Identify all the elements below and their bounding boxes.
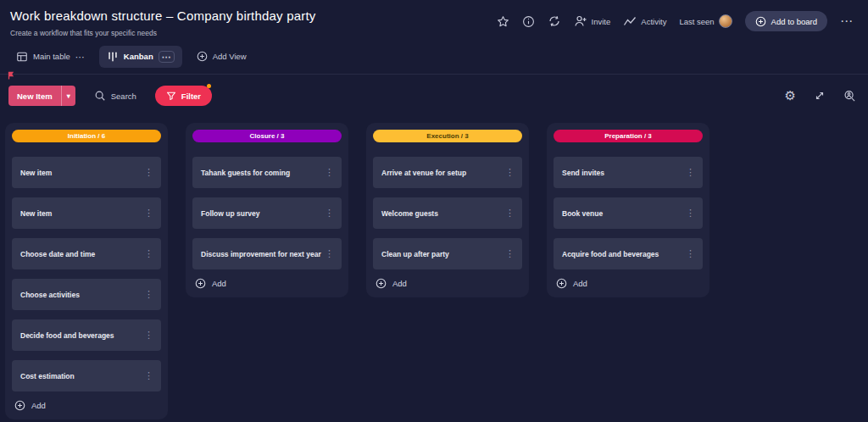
card-menu-icon[interactable]: ⋮	[504, 248, 516, 259]
tab-kanban[interactable]: Kanban ⋯	[99, 46, 182, 68]
header-actions: Invite Activity Last seen Add to board ⋯	[497, 11, 853, 31]
card-title: Acquire food and beverages	[562, 250, 659, 258]
kanban-card[interactable]: Follow up survey ⋮	[192, 197, 342, 229]
column-header[interactable]: Execution / 3	[373, 130, 522, 142]
add-to-board-button[interactable]: Add to board	[745, 11, 827, 31]
filter-button[interactable]: Filter	[155, 86, 212, 106]
card-title: Follow up survey	[201, 209, 259, 218]
avatar[interactable]	[719, 14, 732, 28]
column-header[interactable]: Closure / 3	[192, 130, 342, 142]
board-toolbar: New Item ▾ Search Filter ⚙	[0, 75, 868, 116]
card-menu-icon[interactable]: ⋮	[142, 370, 155, 381]
filter-badge	[207, 84, 211, 88]
column-header[interactable]: Preparation / 3	[554, 130, 703, 142]
invite-button[interactable]: Invite	[574, 14, 611, 28]
column-cards: New item ⋮ New item ⋮ Choose date and ti…	[12, 157, 161, 391]
card-menu-icon[interactable]: ⋮	[323, 167, 336, 178]
plus-circle-icon	[556, 278, 567, 289]
kanban-card[interactable]: Book venue ⋮	[554, 197, 703, 229]
card-menu-icon[interactable]: ⋮	[323, 248, 336, 259]
card-title: Discuss improvement for next year	[201, 250, 321, 258]
expand-diagonal-icon[interactable]	[814, 90, 826, 102]
column-cards: Arrive at venue for setup ⋮ Welcome gues…	[373, 157, 522, 269]
board-header: Work breakdown structure – Company birth…	[0, 0, 868, 39]
tab-kanban-menu-icon[interactable]: ⋯	[159, 51, 175, 63]
kanban-card[interactable]: Send invites ⋮	[554, 157, 703, 188]
integrations-sync-icon[interactable]	[548, 14, 561, 28]
plus-circle-icon	[376, 278, 387, 289]
search-label: Search	[111, 92, 136, 101]
kanban-column: Execution / 3 Arrive at venue for setup …	[366, 123, 529, 297]
notification-flag-icon	[7, 71, 15, 80]
card-menu-icon[interactable]: ⋮	[684, 248, 697, 259]
card-title: Send invites	[562, 169, 604, 177]
column-title: Execution / 3	[426, 132, 468, 140]
kanban-card[interactable]: New item ⋮	[12, 197, 161, 229]
column-cards: Tahank guests for coming ⋮ Follow up sur…	[192, 157, 342, 269]
add-to-board-label: Add to board	[771, 17, 817, 26]
info-icon[interactable]	[522, 15, 535, 28]
card-menu-icon[interactable]: ⋮	[142, 208, 155, 219]
add-view-button[interactable]: Add View	[189, 46, 254, 67]
card-menu-icon[interactable]: ⋮	[684, 208, 697, 219]
board-title-block: Work breakdown structure – Company birth…	[10, 8, 316, 37]
plus-circle-icon	[14, 400, 25, 411]
add-card-label: Add	[212, 279, 226, 288]
kanban-card[interactable]: Welcome guests ⋮	[373, 197, 522, 229]
view-tabs: Main table ⋯ Kanban ⋯ Add View	[0, 39, 868, 75]
kanban-card[interactable]: Acquire food and beverages ⋮	[554, 238, 703, 269]
card-menu-icon[interactable]: ⋮	[142, 167, 155, 178]
card-title: Decide food and beverages	[20, 331, 114, 340]
kanban-column: Closure / 3 Tahank guests for coming ⋮ F…	[186, 123, 348, 297]
kanban-card[interactable]: Discuss improvement for next year ⋮	[192, 238, 342, 269]
kanban-card[interactable]: Cost estimation ⋮	[12, 360, 161, 391]
chevron-down-icon[interactable]: ▾	[62, 86, 75, 106]
person-search-icon[interactable]	[843, 90, 856, 103]
card-title: Clean up after party	[381, 250, 449, 258]
board-menu-icon[interactable]: ⋯	[840, 17, 853, 25]
kanban-card[interactable]: Clean up after party ⋮	[373, 238, 522, 269]
filter-label: Filter	[181, 92, 201, 101]
activity-button[interactable]: Activity	[623, 14, 666, 28]
table-icon	[16, 51, 28, 63]
column-title: Closure / 3	[250, 132, 285, 140]
kanban-icon	[107, 51, 119, 63]
activity-chart-icon	[623, 14, 637, 28]
tab-main-table[interactable]: Main table ⋯	[8, 46, 92, 68]
card-menu-icon[interactable]: ⋮	[504, 208, 516, 219]
kanban-card[interactable]: Arrive at venue for setup ⋮	[373, 157, 522, 188]
kanban-card[interactable]: Choose date and time ⋮	[12, 238, 161, 269]
page-title[interactable]: Work breakdown structure – Company birth…	[10, 8, 316, 23]
kanban-card[interactable]: Decide food and beverages ⋮	[12, 319, 161, 351]
star-icon[interactable]	[497, 15, 509, 28]
card-menu-icon[interactable]: ⋮	[323, 208, 336, 219]
search-button[interactable]: Search	[94, 90, 136, 102]
card-menu-icon[interactable]: ⋮	[684, 167, 697, 178]
new-item-button[interactable]: New Item ▾	[8, 86, 75, 106]
new-item-label: New Item	[8, 86, 61, 106]
search-icon	[94, 90, 106, 102]
card-menu-icon[interactable]: ⋮	[142, 330, 155, 341]
plus-circle-icon	[197, 51, 208, 62]
add-card-button[interactable]: Add	[373, 273, 522, 291]
kanban-card[interactable]: New item ⋮	[12, 157, 161, 188]
card-menu-icon[interactable]: ⋮	[142, 248, 155, 259]
kanban-card[interactable]: Choose activities ⋮	[12, 279, 161, 310]
column-header[interactable]: Initiation / 6	[12, 130, 161, 142]
card-menu-icon[interactable]: ⋮	[504, 167, 516, 178]
add-card-button[interactable]: Add	[192, 273, 342, 291]
tab-main-table-menu-icon[interactable]: ⋯	[75, 53, 85, 61]
last-seen: Last seen	[679, 14, 732, 28]
card-title: Book venue	[562, 209, 603, 218]
invite-label: Invite	[592, 17, 611, 26]
add-view-label: Add View	[213, 52, 247, 61]
add-card-label: Add	[31, 401, 46, 410]
toolbar-right: ⚙	[785, 90, 856, 103]
gear-icon[interactable]: ⚙	[785, 90, 796, 102]
column-cards: Send invites ⋮ Book venue ⋮ Acquire food…	[554, 157, 703, 269]
add-card-label: Add	[573, 279, 587, 288]
add-card-button[interactable]: Add	[554, 273, 703, 291]
card-menu-icon[interactable]: ⋮	[142, 289, 155, 300]
add-card-button[interactable]: Add	[12, 395, 161, 413]
kanban-card[interactable]: Tahank guests for coming ⋮	[192, 157, 342, 188]
